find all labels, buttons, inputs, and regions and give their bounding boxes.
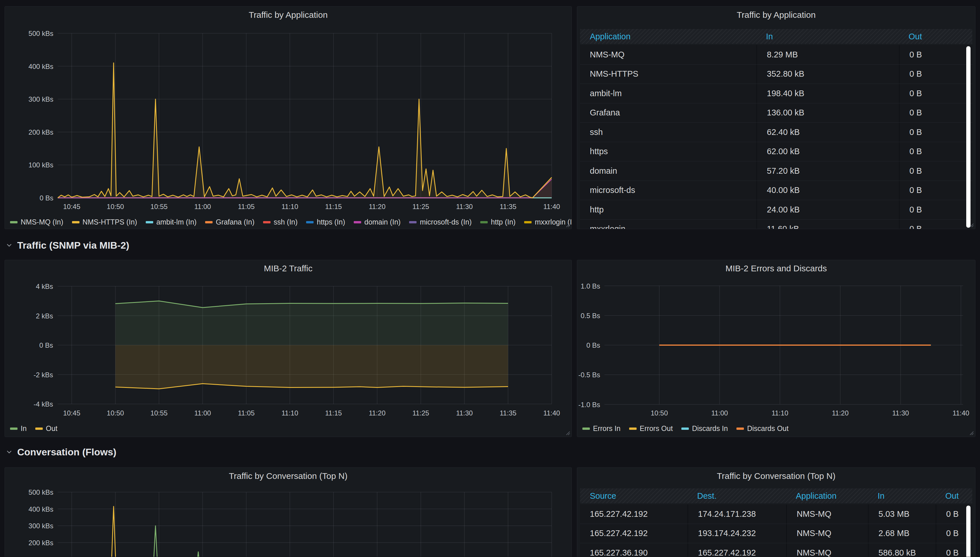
table-row: NMS-MQ8.29 MB0 B <box>580 45 972 64</box>
legend-item-nms-mq-in-[interactable]: NMS-MQ (In) <box>10 218 63 226</box>
table-cell: NMS-MQ <box>786 524 868 543</box>
table-cell: 0 B <box>899 122 975 142</box>
legend-item-discards-in[interactable]: Discards In <box>681 424 728 433</box>
svg-text:4 kBs: 4 kBs <box>36 283 53 290</box>
legend-label: Discards In <box>692 424 728 433</box>
table-cell: 0 B <box>899 161 975 181</box>
legend-swatch-icon <box>737 428 744 430</box>
table-cell: ambit-lm <box>580 84 756 103</box>
svg-text:400 kBs: 400 kBs <box>28 505 54 513</box>
svg-text:100 kBs: 100 kBs <box>28 161 54 169</box>
table-body: 165.227.42.192174.24.171.238NMS-MQ5.03 M… <box>580 505 972 557</box>
svg-text:11:25: 11:25 <box>412 409 429 417</box>
column-header-out[interactable]: Out <box>936 491 975 501</box>
table-row: 165.227.42.192193.174.24.232NMS-MQ2.68 M… <box>580 524 972 543</box>
table-row: 165.227.36.190165.227.42.192NMS-MQ586.80… <box>580 543 972 557</box>
table-cell: mxxrlogin <box>580 220 756 230</box>
table-row: ambit-lm198.40 kB0 B <box>580 83 972 103</box>
panel-resize-handle[interactable] <box>969 223 974 228</box>
legend-item-ssh-in-[interactable]: ssh (In) <box>263 218 297 226</box>
svg-text:11:25: 11:25 <box>412 203 429 210</box>
legend-swatch-icon <box>146 221 153 223</box>
traffic-by-conversation-chart[interactable]: 500 kBs400 kBs300 kBs200 kBs100 kBs0 Bs1… <box>5 468 571 557</box>
chart-legend: InOut <box>10 424 57 433</box>
panel-traffic-by-application-table: Traffic by Application ApplicationInOutN… <box>577 7 975 229</box>
svg-text:11:30: 11:30 <box>892 409 909 417</box>
svg-text:-0.5 Bs: -0.5 Bs <box>578 371 600 379</box>
svg-text:11:05: 11:05 <box>238 409 255 417</box>
column-header-application[interactable]: Application <box>580 32 756 41</box>
table-cell: 40.00 kB <box>756 181 899 200</box>
svg-text:11:20: 11:20 <box>369 203 385 210</box>
legend-item-errors-in[interactable]: Errors In <box>582 424 621 433</box>
svg-text:11:20: 11:20 <box>369 409 385 417</box>
chart-legend: Errors InErrors OutDiscards InDiscards O… <box>582 424 789 433</box>
legend-label: microsoft-ds (In) <box>420 218 472 226</box>
section-traffic-snmp-mib2[interactable]: Traffic (SNMP via MIB-2) <box>5 239 129 251</box>
legend-item-errors-out[interactable]: Errors Out <box>629 424 673 433</box>
legend-item-grafana-in-[interactable]: Grafana (In) <box>205 218 255 226</box>
table-cell: 0 B <box>899 181 975 200</box>
legend-label: ssh (In) <box>274 218 297 226</box>
table-scrollbar[interactable] <box>966 46 970 228</box>
table-cell: microsoft-ds <box>580 181 756 200</box>
panel-traffic-by-conversation-chart: Traffic by Conversation (Top N) 500 kBs4… <box>5 467 572 557</box>
legend-item-ambit-lm-in-[interactable]: ambit-lm (In) <box>146 218 196 226</box>
table-cell: NMS-HTTPS <box>580 65 756 84</box>
table-cell: 2.68 MB <box>868 524 936 543</box>
panel-resize-handle[interactable] <box>565 430 570 436</box>
table-cell: 57.20 kB <box>756 161 899 181</box>
legend-item-nms-https-in-[interactable]: NMS-HTTPS (In) <box>72 218 137 226</box>
legend-item-mxxrlogin-in-[interactable]: mxxrlogin (In) <box>524 218 572 226</box>
legend-item-domain-in-[interactable]: domain (In) <box>354 218 401 226</box>
panel-resize-handle[interactable] <box>969 430 974 436</box>
panel-title-traffic-by-conversation-table[interactable]: Traffic by Conversation (Top N) <box>577 471 975 481</box>
chevron-down-icon <box>5 241 13 249</box>
table-row: mxxrlogin11.60 kB0 B <box>580 219 972 230</box>
legend-item-discards-out[interactable]: Discards Out <box>737 424 789 433</box>
svg-text:-4 kBs: -4 kBs <box>34 400 53 408</box>
legend-swatch-icon <box>263 221 271 223</box>
svg-text:11:30: 11:30 <box>456 203 473 210</box>
legend-item-in[interactable]: In <box>10 424 27 433</box>
column-header-source[interactable]: Source <box>580 491 687 501</box>
column-header-dest-[interactable]: Dest. <box>687 491 786 501</box>
legend-label: https (In) <box>317 218 345 226</box>
svg-text:300 kBs: 300 kBs <box>28 95 54 103</box>
table-row: Grafana136.00 kB0 B <box>580 103 972 122</box>
mib2-errors-discards-chart[interactable]: 1.0 Bs0.5 Bs0 Bs-0.5 Bs-1.0 Bs10:5011:00… <box>577 260 975 437</box>
column-header-in[interactable]: In <box>756 32 899 41</box>
table-cell: 24.00 kB <box>756 200 899 219</box>
panel-resize-handle[interactable] <box>565 223 570 228</box>
column-header-out[interactable]: Out <box>899 32 975 41</box>
legend-item-https-in-[interactable]: https (In) <box>306 218 345 226</box>
column-header-application[interactable]: Application <box>786 491 868 501</box>
table-cell: 165.227.42.192 <box>580 505 687 524</box>
svg-text:11:40: 11:40 <box>544 203 560 210</box>
legend-swatch-icon <box>35 428 43 430</box>
svg-text:10:55: 10:55 <box>150 203 167 210</box>
table-scrollbar[interactable] <box>966 506 970 557</box>
svg-text:10:50: 10:50 <box>651 409 668 417</box>
legend-label: Errors Out <box>640 424 673 433</box>
legend-item-microsoft-ds-in-[interactable]: microsoft-ds (In) <box>409 218 472 226</box>
legend-item-http-in-[interactable]: http (In) <box>480 218 516 226</box>
svg-text:-2 kBs: -2 kBs <box>34 371 53 379</box>
traffic-by-application-chart[interactable]: 500 kBs400 kBs300 kBs200 kBs100 kBs0 Bs1… <box>5 7 571 229</box>
column-header-in[interactable]: In <box>868 491 936 501</box>
table-cell: domain <box>580 161 756 181</box>
svg-text:11:10: 11:10 <box>281 203 298 210</box>
table-row: http24.00 kB0 B <box>580 200 972 219</box>
legend-label: Discards Out <box>747 424 789 433</box>
legend-label: NMS-MQ (In) <box>21 218 63 226</box>
panel-title-traffic-by-application-table[interactable]: Traffic by Application <box>577 10 975 20</box>
table-cell: 0 B <box>899 65 975 84</box>
table-row: NMS-HTTPS352.80 kB0 B <box>580 64 972 84</box>
section-conversation-flows[interactable]: Conversation (Flows) <box>5 446 117 458</box>
legend-item-out[interactable]: Out <box>35 424 57 433</box>
svg-text:1.0 Bs: 1.0 Bs <box>581 282 600 290</box>
svg-text:10:50: 10:50 <box>107 203 124 210</box>
legend-swatch-icon <box>524 221 532 223</box>
svg-text:0.5 Bs: 0.5 Bs <box>581 312 600 319</box>
mib2-traffic-chart[interactable]: 4 kBs2 kBs0 Bs-2 kBs-4 kBs10:4510:5010:5… <box>5 260 571 437</box>
